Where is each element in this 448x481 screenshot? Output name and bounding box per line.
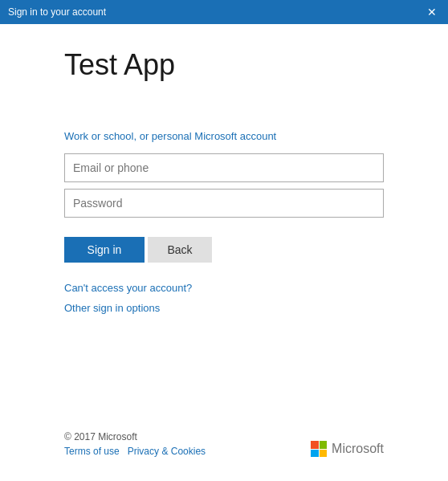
footer-links: Terms of use Privacy & Cookies (64, 446, 206, 457)
copyright: © 2017 Microsoft (64, 431, 206, 442)
ms-grid-icon (311, 441, 327, 457)
subtitle: Work or school, or personal Microsoft ac… (64, 130, 384, 142)
microsoft-logo: Microsoft (311, 441, 384, 457)
buttons-row: Sign in Back (64, 237, 384, 263)
app-title: Test App (64, 48, 384, 82)
subtitle-highlight: Microsoft (194, 130, 237, 142)
title-bar: Sign in to your account ✕ (0, 0, 448, 24)
content-area: Test App Work or school, or personal Mic… (0, 24, 448, 481)
close-icon[interactable]: ✕ (424, 4, 440, 20)
footer: © 2017 Microsoft Terms of use Privacy & … (64, 431, 384, 465)
ms-green-square (320, 441, 328, 449)
title-bar-text: Sign in to your account (8, 6, 106, 18)
signin-button[interactable]: Sign in (64, 237, 145, 263)
ms-blue-square (311, 450, 319, 458)
subtitle-prefix: Work or school, or personal (64, 130, 194, 142)
terms-link[interactable]: Terms of use (64, 446, 120, 457)
ms-red-square (311, 441, 319, 449)
microsoft-brand-text: Microsoft (332, 442, 384, 456)
password-field[interactable] (64, 189, 384, 218)
subtitle-suffix: account (237, 130, 276, 142)
ms-yellow-square (320, 450, 328, 458)
cant-access-link[interactable]: Can't access your account? (64, 282, 384, 294)
privacy-link[interactable]: Privacy & Cookies (128, 446, 206, 457)
other-signin-link[interactable]: Other sign in options (64, 302, 384, 314)
email-field[interactable] (64, 153, 384, 182)
footer-left: © 2017 Microsoft Terms of use Privacy & … (64, 431, 206, 457)
back-button[interactable]: Back (148, 237, 212, 263)
